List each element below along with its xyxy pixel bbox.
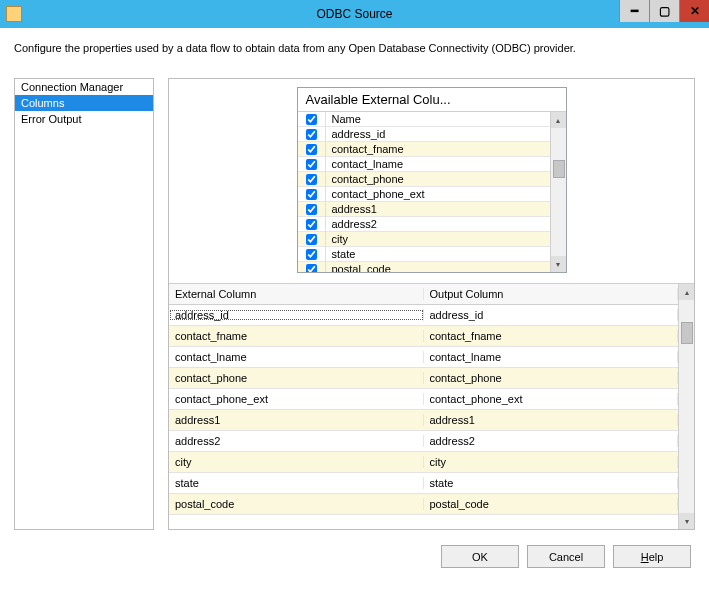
page-nav: Connection ManagerColumnsError Output [14,78,154,530]
scroll-up-icon[interactable]: ▴ [679,284,694,300]
column-checkbox[interactable] [306,204,317,215]
available-header-label: Name [326,113,550,125]
column-name: contact_fname [326,143,550,155]
select-all-checkbox[interactable] [306,114,317,125]
available-row[interactable]: state [298,247,550,262]
output-column-cell[interactable]: contact_phone_ext [424,393,679,405]
mapping-scrollbar[interactable]: ▴ ▾ [678,284,694,529]
column-name: contact_lname [326,158,550,170]
external-column-cell[interactable]: address_id [169,309,424,321]
maximize-button[interactable]: ▢ [649,0,679,22]
available-row[interactable]: address_id [298,127,550,142]
mapping-row[interactable]: address2address2 [169,431,678,452]
output-column-cell[interactable]: state [424,477,679,489]
column-name: contact_phone [326,173,550,185]
column-name: state [326,248,550,260]
mapping-grid-wrap: External ColumnOutput Columnaddress_idad… [169,283,694,529]
nav-item-columns[interactable]: Columns [15,95,153,111]
title-bar: ODBC Source ━ ▢ ✕ [0,0,709,28]
app-icon [6,6,22,22]
column-checkbox[interactable] [306,219,317,230]
output-column-cell[interactable]: postal_code [424,498,679,510]
dialog-description: Configure the properties used by a data … [14,42,695,54]
output-column-cell[interactable]: contact_phone [424,372,679,384]
output-column-cell[interactable]: contact_lname [424,351,679,363]
column-checkbox[interactable] [306,144,317,155]
available-row[interactable]: contact_phone_ext [298,187,550,202]
available-row[interactable]: address1 [298,202,550,217]
output-column-cell[interactable]: contact_fname [424,330,679,342]
mapping-row[interactable]: statestate [169,473,678,494]
external-column-cell[interactable]: contact_fname [169,330,424,342]
column-checkbox[interactable] [306,249,317,260]
available-columns-list: Nameaddress_idcontact_fnamecontact_lname… [298,112,550,272]
column-checkbox[interactable] [306,264,317,273]
available-scrollbar[interactable]: ▴ ▾ [550,112,566,272]
dialog-body: Connection ManagerColumnsError Output Av… [14,78,695,530]
column-name: city [326,233,550,245]
column-checkbox[interactable] [306,129,317,140]
external-column-cell[interactable]: contact_phone [169,372,424,384]
window-buttons: ━ ▢ ✕ [619,0,709,28]
available-row[interactable]: postal_code [298,262,550,272]
column-checkbox[interactable] [306,234,317,245]
mapping-header-row: External ColumnOutput Column [169,284,678,305]
external-column-cell[interactable]: contact_phone_ext [169,393,424,405]
output-column-cell[interactable]: address1 [424,414,679,426]
mapping-row[interactable]: postal_codepostal_code [169,494,678,515]
scroll-down-icon[interactable]: ▾ [551,256,566,272]
mapping-row[interactable]: address1address1 [169,410,678,431]
available-row[interactable]: city [298,232,550,247]
output-column-header[interactable]: Output Column [424,288,679,300]
column-checkbox[interactable] [306,159,317,170]
scroll-down-icon[interactable]: ▾ [679,513,694,529]
main-panel: Available External Colu... Nameaddress_i… [168,78,695,530]
minimize-button[interactable]: ━ [619,0,649,22]
mapping-row[interactable]: citycity [169,452,678,473]
output-column-cell[interactable]: address2 [424,435,679,447]
column-checkbox[interactable] [306,174,317,185]
external-column-cell[interactable]: postal_code [169,498,424,510]
mapping-row[interactable]: contact_fnamecontact_fname [169,326,678,347]
scroll-thumb[interactable] [553,160,565,178]
available-row[interactable]: contact_lname [298,157,550,172]
scroll-up-icon[interactable]: ▴ [551,112,566,128]
nav-item-error-output[interactable]: Error Output [15,111,153,127]
available-columns-box: Available External Colu... Nameaddress_i… [297,87,567,273]
available-row[interactable]: contact_phone [298,172,550,187]
mapping-row[interactable]: contact_lnamecontact_lname [169,347,678,368]
column-checkbox[interactable] [306,189,317,200]
output-column-cell[interactable]: city [424,456,679,468]
external-column-cell[interactable]: contact_lname [169,351,424,363]
column-name: address_id [326,128,550,140]
scroll-thumb[interactable] [681,322,693,344]
mapping-row[interactable]: address_idaddress_id [169,305,678,326]
external-column-cell[interactable]: city [169,456,424,468]
help-label-rest: elp [649,551,664,563]
ok-button[interactable]: OK [441,545,519,568]
column-name: postal_code [326,263,550,272]
available-row[interactable]: contact_fname [298,142,550,157]
external-column-cell[interactable]: address1 [169,414,424,426]
close-button[interactable]: ✕ [679,0,709,22]
column-name: address1 [326,203,550,215]
external-column-header[interactable]: External Column [169,288,424,300]
cancel-button[interactable]: Cancel [527,545,605,568]
available-header-row: Name [298,112,550,127]
available-columns-wrap: Available External Colu... Nameaddress_i… [169,79,694,283]
window-title: ODBC Source [316,7,392,21]
external-column-cell[interactable]: address2 [169,435,424,447]
column-name: contact_phone_ext [326,188,550,200]
output-column-cell[interactable]: address_id [424,309,679,321]
help-button[interactable]: Help [613,545,691,568]
dialog-content: Configure the properties used by a data … [0,28,709,530]
nav-item-connection-manager[interactable]: Connection Manager [15,79,153,95]
available-row[interactable]: address2 [298,217,550,232]
button-bar: OK Cancel Help [0,530,709,580]
available-columns-body: Nameaddress_idcontact_fnamecontact_lname… [298,112,566,272]
mapping-row[interactable]: contact_phone_extcontact_phone_ext [169,389,678,410]
external-column-cell[interactable]: state [169,477,424,489]
mapping-row[interactable]: contact_phonecontact_phone [169,368,678,389]
mapping-grid: External ColumnOutput Columnaddress_idad… [169,284,678,529]
column-name: address2 [326,218,550,230]
